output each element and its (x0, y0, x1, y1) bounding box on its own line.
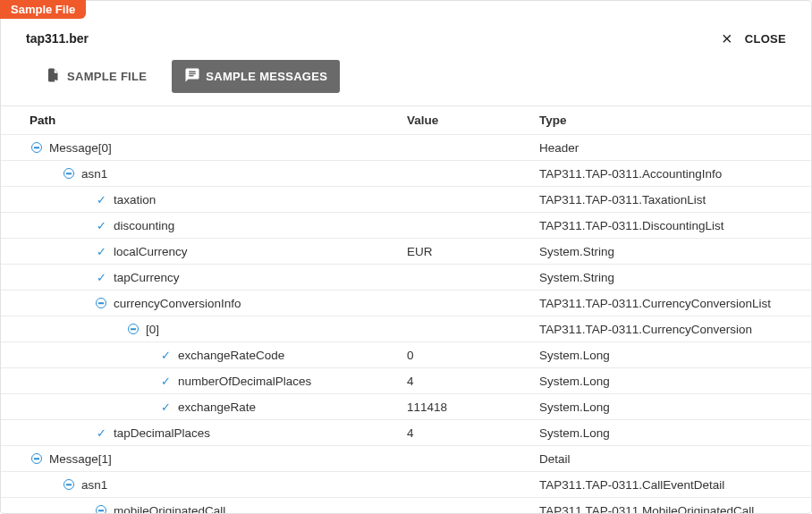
path-label: exchangeRate (178, 400, 256, 414)
path-label: Message[0] (49, 141, 112, 155)
collapse-icon[interactable] (62, 477, 76, 492)
table-header-row: Path Value Type (1, 106, 811, 135)
type-cell: TAP311.TAP-0311.DiscountingList (539, 219, 811, 232)
path-label: localCurrency (114, 245, 188, 258)
header-type: Type (539, 114, 811, 127)
tab-sample-file[interactable]: SAMPLE FILE (33, 60, 159, 93)
path-cell: [0] (1, 322, 407, 336)
path-cell: ✓tapCurrency (1, 270, 407, 284)
path-label: asn1 (81, 167, 107, 181)
path-cell: ✓discounting (1, 218, 407, 232)
path-cell: ✓taxation (1, 192, 407, 206)
tab-sample-messages[interactable]: SAMPLE MESSAGES (172, 60, 340, 93)
path-cell: currencyConversionInfo (1, 296, 407, 310)
close-button[interactable]: × CLOSE (722, 29, 786, 47)
path-cell: asn1 (1, 166, 407, 181)
table-row[interactable]: Message[1]Detail (1, 446, 811, 472)
path-cell: Message[0] (1, 140, 407, 155)
type-cell: System.String (539, 271, 811, 284)
table-row[interactable]: ✓tapCurrencySystem.String (1, 265, 811, 291)
tabs: SAMPLE FILE SAMPLE MESSAGES (1, 47, 811, 105)
file-icon (46, 67, 62, 86)
type-cell: Header (539, 141, 811, 155)
check-icon: ✓ (94, 244, 108, 258)
table-row[interactable]: mobileOriginatedCallTAP311.TAP-0311.Mobi… (1, 498, 811, 513)
collapse-icon[interactable] (94, 296, 108, 310)
check-icon: ✓ (94, 192, 108, 206)
path-cell: asn1 (1, 477, 407, 492)
value-cell: 111418 (407, 400, 539, 414)
filename-label: tap311.ber (26, 31, 89, 46)
type-cell: System.Long (539, 426, 811, 440)
path-label: currencyConversionInfo (114, 297, 241, 310)
path-label: [0] (146, 323, 159, 336)
table-row[interactable]: ✓localCurrencyEURSystem.String (1, 239, 811, 265)
type-cell: TAP311.TAP-0311.CurrencyConversion (539, 323, 811, 336)
table-row[interactable]: ✓exchangeRate111418System.Long (1, 394, 811, 420)
path-label: tapCurrency (114, 271, 180, 284)
table-row[interactable]: ✓exchangeRateCode0System.Long (1, 342, 811, 368)
path-cell: ✓numberOfDecimalPlaces (1, 374, 407, 388)
path-label: Message[1] (49, 452, 112, 466)
type-cell: TAP311.TAP-0311.TaxationList (539, 193, 811, 206)
collapse-icon[interactable] (30, 140, 44, 155)
tab-sample-file-label: SAMPLE FILE (67, 70, 147, 83)
path-label: tapDecimalPlaces (114, 426, 210, 440)
type-cell: TAP311.TAP-0311.AccountingInfo (539, 167, 811, 181)
table-row[interactable]: asn1TAP311.TAP-0311.AccountingInfo (1, 161, 811, 187)
check-icon: ✓ (94, 218, 108, 232)
path-cell: ✓exchangeRate (1, 400, 407, 414)
type-cell: TAP311.TAP-0311.CurrencyConversionList (539, 297, 811, 310)
collapse-icon[interactable] (126, 322, 140, 336)
path-label: discounting (114, 219, 174, 232)
path-cell: ✓exchangeRateCode (1, 348, 407, 362)
type-cell: Detail (539, 452, 811, 466)
check-icon: ✓ (94, 426, 108, 440)
path-cell: mobileOriginatedCall (1, 503, 407, 513)
value-cell: EUR (407, 245, 539, 258)
path-cell: ✓tapDecimalPlaces (1, 426, 407, 440)
type-cell: TAP311.TAP-0311.CallEventDetail (539, 478, 811, 492)
header-path: Path (1, 114, 407, 127)
value-cell: 0 (407, 349, 539, 362)
path-label: taxation (114, 193, 156, 206)
type-cell: TAP311.TAP-0311.MobileOriginatedCall (539, 504, 811, 514)
table-row[interactable]: currencyConversionInfoTAP311.TAP-0311.Cu… (1, 291, 811, 316)
type-cell: System.String (539, 245, 811, 258)
path-label: exchangeRateCode (178, 349, 284, 362)
path-cell: Message[1] (1, 451, 407, 466)
table-row[interactable]: ✓taxationTAP311.TAP-0311.TaxationList (1, 187, 811, 213)
messages-table: Path Value Type Message[0]Headerasn1TAP3… (1, 105, 811, 513)
type-cell: System.Long (539, 349, 811, 362)
value-cell: 4 (407, 426, 539, 440)
table-row[interactable]: Message[0]Header (1, 135, 811, 161)
type-cell: System.Long (539, 400, 811, 414)
header-value: Value (407, 114, 539, 127)
message-icon (184, 67, 200, 86)
table-row[interactable]: [0]TAP311.TAP-0311.CurrencyConversion (1, 316, 811, 342)
sample-file-badge: Sample File (0, 0, 86, 19)
close-icon: × (722, 29, 732, 47)
collapse-icon[interactable] (30, 451, 44, 466)
collapse-icon[interactable] (94, 503, 108, 513)
collapse-icon[interactable] (62, 166, 76, 181)
check-icon: ✓ (158, 348, 173, 362)
check-icon: ✓ (158, 400, 173, 414)
close-label: CLOSE (745, 32, 786, 46)
tab-sample-messages-label: SAMPLE MESSAGES (206, 70, 327, 83)
type-cell: System.Long (539, 375, 811, 388)
path-label: mobileOriginatedCall (114, 504, 225, 514)
table-row[interactable]: ✓discountingTAP311.TAP-0311.DiscountingL… (1, 213, 811, 239)
table-row[interactable]: ✓numberOfDecimalPlaces4System.Long (1, 368, 811, 394)
check-icon: ✓ (158, 374, 173, 388)
check-icon: ✓ (94, 270, 108, 284)
path-cell: ✓localCurrency (1, 244, 407, 258)
table-row[interactable]: ✓tapDecimalPlaces4System.Long (1, 420, 811, 446)
value-cell: 4 (407, 375, 539, 388)
path-label: asn1 (81, 478, 107, 492)
table-row[interactable]: asn1TAP311.TAP-0311.CallEventDetail (1, 472, 811, 498)
path-label: numberOfDecimalPlaces (178, 375, 311, 388)
